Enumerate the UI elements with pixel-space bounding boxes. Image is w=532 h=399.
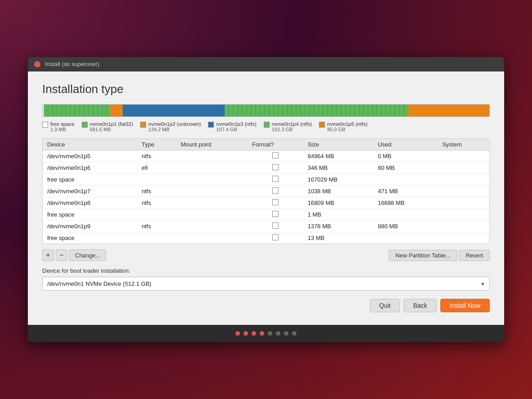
table-row[interactable]: /dev/nvme0n1p8 ntfs 16809 MB 16688 MB	[43, 197, 490, 209]
cell-size: 1378 MB	[303, 221, 373, 232]
cell-system	[438, 209, 489, 221]
bar-p4	[225, 105, 408, 116]
cell-mount	[176, 221, 248, 232]
legend-p1: nvme0n1p1 (fat32) 681.6 MB	[82, 121, 133, 132]
cell-device: /dev/nvme0n1p6	[43, 162, 137, 174]
progress-dot-3	[260, 331, 264, 336]
cell-format[interactable]	[248, 197, 303, 209]
new-partition-table-button[interactable]: New Partition Table...	[389, 250, 457, 261]
bootloader-value[interactable]: /dev/nvme0n1 NVMe Device (512.1 GB)	[42, 277, 490, 291]
bootloader-selector[interactable]: /dev/nvme0n1 NVMe Device (512.1 GB)	[42, 277, 490, 291]
nav-buttons: Quit Back Install Now	[42, 299, 490, 312]
cell-used	[373, 232, 438, 244]
legend-name-p1: nvme0n1p1 (fat32)	[90, 121, 133, 127]
progress-dot-1	[244, 331, 248, 336]
cell-mount	[176, 151, 248, 162]
revert-button[interactable]: Revert	[459, 250, 490, 261]
partition-legend: free space 1.0 MB nvme0n1p1 (fat32) 681.…	[42, 121, 490, 132]
cell-format[interactable]	[248, 151, 303, 162]
col-type: Type	[137, 139, 176, 151]
cell-format[interactable]	[248, 174, 303, 186]
cell-format[interactable]	[248, 162, 303, 174]
change-partition-button[interactable]: Change...	[69, 249, 106, 261]
bootloader-label: Device for boot loader installation:	[42, 267, 490, 274]
cell-used: 80 MB	[373, 162, 438, 174]
bar-p2	[110, 105, 123, 116]
window-title: Install (as superuser)	[45, 61, 99, 67]
table-row[interactable]: /dev/nvme0n1p7 ntfs 1038 MB 471 MB	[43, 186, 490, 197]
cell-system	[438, 197, 489, 209]
table-row[interactable]: free space 1 MB	[43, 209, 490, 221]
cell-used	[373, 174, 438, 186]
close-button[interactable]	[34, 61, 40, 67]
cell-size: 1 MB	[303, 209, 373, 221]
page-title: Installation type	[42, 82, 490, 96]
remove-partition-button[interactable]: −	[56, 249, 67, 261]
partition-bar	[42, 104, 490, 117]
table-row[interactable]: /dev/nvme0n1p6 efi 346 MB 80 MB	[43, 162, 490, 174]
cell-type	[137, 209, 176, 221]
cell-device: free space	[43, 209, 137, 221]
table-row[interactable]: free space 13 MB	[43, 232, 490, 244]
table-row[interactable]: free space 107029 MB	[43, 174, 490, 186]
cell-mount	[176, 186, 248, 197]
bar-p3	[123, 105, 225, 116]
legend-name-p4: nvme0n1p4 (ntfs)	[272, 121, 312, 127]
progress-dot-7	[292, 331, 297, 336]
cell-device: free space	[43, 232, 137, 244]
legend-color-p1	[82, 122, 88, 128]
legend-color-p2	[140, 122, 146, 128]
table-row[interactable]: /dev/nvme0n1p5 ntfs 84964 MB 0 MB	[43, 151, 490, 162]
add-partition-button[interactable]: +	[42, 249, 54, 261]
legend-size-p3: 107.4 GB	[216, 127, 257, 132]
cell-size: 1038 MB	[303, 186, 373, 197]
cell-size: 16809 MB	[303, 197, 373, 209]
col-mount: Mount point	[176, 139, 248, 151]
legend-color-p5	[319, 122, 325, 128]
col-size: Size	[303, 139, 373, 151]
toolbar: + − Change... New Partition Table... Rev…	[42, 249, 490, 261]
col-used: Used	[373, 139, 438, 151]
partition-table: Device Type Mount point Format? Size Use…	[42, 138, 490, 244]
bar-p1	[44, 105, 110, 116]
cell-format[interactable]	[248, 209, 303, 221]
cell-format[interactable]	[248, 232, 303, 244]
cell-type	[137, 174, 176, 186]
cell-used: 16688 MB	[373, 197, 438, 209]
cell-used: 0 MB	[373, 151, 438, 162]
cell-system	[438, 151, 489, 162]
cell-system	[438, 186, 489, 197]
cell-system	[438, 221, 489, 232]
cell-device: /dev/nvme0n1p8	[43, 197, 137, 209]
cell-mount	[176, 209, 248, 221]
progress-dot-4	[268, 331, 272, 336]
cell-device: /dev/nvme0n1p9	[43, 221, 137, 232]
quit-button[interactable]: Quit	[370, 299, 400, 312]
cell-type: ntfs	[137, 197, 176, 209]
cell-device: /dev/nvme0n1p5	[43, 151, 137, 162]
cell-type: efi	[137, 162, 176, 174]
progress-dots	[28, 325, 504, 342]
cell-size: 13 MB	[303, 232, 373, 244]
back-button[interactable]: Back	[403, 299, 436, 312]
cell-mount	[176, 174, 248, 186]
cell-size: 84964 MB	[303, 151, 373, 162]
main-content: Installation type free space 1.0 MB	[28, 71, 504, 325]
progress-dot-0	[235, 331, 240, 336]
legend-p3: nvme0n1p3 (ntfs) 107.4 GB	[208, 121, 257, 132]
legend-name-p5: nvme0n1p5 (ntfs)	[327, 121, 368, 127]
progress-dot-5	[276, 331, 280, 336]
col-format: Format?	[248, 139, 303, 151]
legend-name-free: free space	[50, 121, 75, 127]
cell-format[interactable]	[248, 221, 303, 232]
main-window: Install (as superuser) Installation type…	[28, 57, 504, 342]
cell-type	[137, 232, 176, 244]
cell-format[interactable]	[248, 186, 303, 197]
cell-type: ntfs	[137, 221, 176, 232]
legend-color-p4	[264, 122, 270, 128]
progress-dot-6	[284, 331, 288, 336]
install-now-button[interactable]: Install Now	[440, 299, 490, 312]
legend-p4: nvme0n1p4 (ntfs) 192.3 GB	[264, 121, 312, 132]
table-row[interactable]: /dev/nvme0n1p9 ntfs 1378 MB 880 MB	[43, 221, 490, 232]
legend-size-p4: 192.3 GB	[272, 127, 312, 132]
